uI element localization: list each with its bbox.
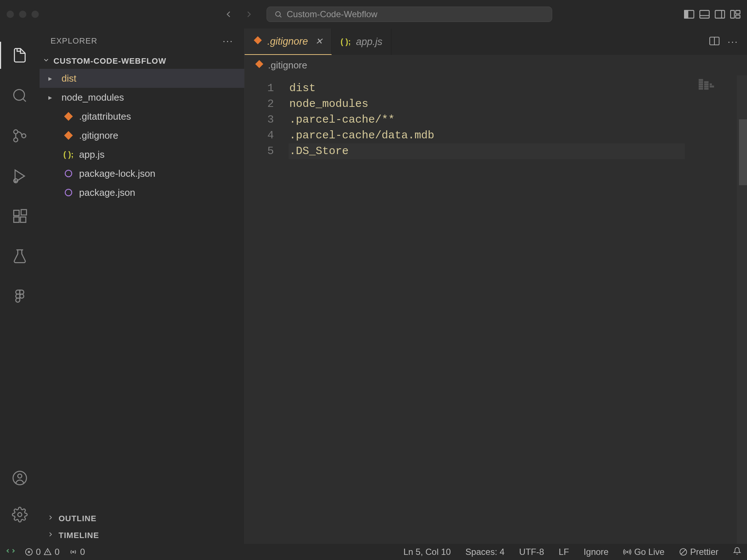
go-live-label: Go Live — [634, 547, 665, 557]
status-notifications-icon[interactable] — [733, 547, 741, 557]
svg-rect-5 — [715, 11, 725, 18]
svg-rect-8 — [736, 11, 740, 14]
activity-settings[interactable] — [0, 496, 40, 533]
status-encoding[interactable]: UTF-8 — [519, 547, 544, 557]
editor-area: .gitignore ✕ ( ); app.js ··· .gitignore — [245, 29, 747, 544]
sidebar-more-icon[interactable]: ··· — [223, 35, 233, 47]
code-editor[interactable]: 12345 dist node_modules .parcel-cache/**… — [245, 75, 747, 544]
svg-rect-17 — [21, 217, 26, 223]
tree-item-app-js[interactable]: ( ); app.js — [40, 145, 244, 164]
svg-point-28 — [73, 551, 74, 553]
tree-item-label: package.json — [79, 187, 135, 198]
status-spaces[interactable]: Spaces: 4 — [465, 547, 505, 557]
svg-point-13 — [14, 138, 18, 142]
svg-point-0 — [276, 12, 280, 16]
outline-section[interactable]: OUTLINE — [40, 510, 244, 527]
tree-item-package-lock[interactable]: package-lock.json — [40, 164, 244, 183]
sidebar-title: EXPLORER — [51, 36, 97, 46]
breadcrumb-file: .gitignore — [268, 60, 307, 71]
close-tab-icon[interactable]: ✕ — [315, 36, 323, 46]
toggle-secondary-sidebar-icon[interactable] — [715, 10, 725, 19]
code-line[interactable]: .parcel-cache/data.mdb — [289, 128, 747, 143]
tree-item-label: .gitattributes — [79, 111, 131, 122]
tree-item-gitignore[interactable]: .gitignore — [40, 126, 244, 145]
tree-item-gitattributes[interactable]: .gitattributes — [40, 107, 244, 126]
svg-rect-3 — [700, 11, 709, 18]
close-window-button[interactable] — [7, 11, 14, 18]
activity-accounts[interactable] — [0, 460, 40, 496]
activity-figma[interactable] — [0, 277, 40, 317]
outline-label: OUTLINE — [59, 514, 97, 523]
code-line[interactable]: dist — [289, 81, 747, 96]
source-control-icon — [12, 128, 28, 144]
account-icon — [12, 470, 28, 486]
code-content[interactable]: dist node_modules .parcel-cache/** .parc… — [289, 75, 747, 544]
chevron-right-icon — [48, 74, 56, 83]
svg-rect-16 — [14, 217, 19, 223]
json-file-icon — [63, 169, 74, 178]
breadcrumb[interactable]: .gitignore — [245, 55, 747, 75]
timeline-section[interactable]: TIMELINE — [40, 527, 244, 544]
svg-point-12 — [22, 134, 26, 138]
layout-controls — [684, 10, 740, 19]
activity-source-control[interactable] — [0, 116, 40, 156]
activity-extensions[interactable] — [0, 196, 40, 236]
status-cursor[interactable]: Ln 5, Col 10 — [404, 547, 451, 557]
split-editor-icon[interactable] — [709, 37, 720, 47]
tab-gitignore[interactable]: .gitignore ✕ — [245, 29, 332, 55]
activity-run-debug[interactable] — [0, 156, 40, 196]
project-root[interactable]: CUSTOM-CODE-WEBFLOW — [40, 53, 244, 69]
toggle-primary-sidebar-icon[interactable] — [684, 10, 694, 19]
nav-back-button[interactable] — [223, 9, 234, 20]
line-numbers: 12345 — [245, 75, 289, 544]
svg-point-24 — [65, 189, 72, 196]
tree-item-package-json[interactable]: package.json — [40, 183, 244, 202]
errors-count: 0 — [36, 547, 41, 557]
svg-point-10 — [14, 90, 25, 100]
status-ports[interactable]: 0 — [69, 547, 85, 557]
broadcast-icon — [623, 548, 631, 556]
tab-app-js[interactable]: ( ); app.js — [332, 29, 391, 55]
editor-more-icon[interactable]: ··· — [728, 36, 738, 48]
warnings-count: 0 — [55, 547, 59, 557]
status-language[interactable]: Ignore — [584, 547, 609, 557]
code-line[interactable]: .parcel-cache/** — [289, 112, 747, 128]
status-eol[interactable]: LF — [559, 547, 569, 557]
nav-arrows — [223, 9, 254, 20]
git-file-icon — [63, 112, 74, 121]
status-prettier[interactable]: Prettier — [679, 547, 718, 557]
svg-rect-2 — [684, 11, 688, 18]
project-name: CUSTOM-CODE-WEBFLOW — [53, 56, 166, 66]
code-line[interactable]: node_modules — [289, 96, 747, 112]
vertical-scrollbar-thumb[interactable] — [739, 119, 747, 185]
toggle-panel-icon[interactable] — [699, 10, 710, 19]
svg-point-19 — [20, 294, 24, 298]
activity-search[interactable] — [0, 75, 40, 116]
tree-item-node-modules[interactable]: node_modules — [40, 88, 244, 107]
svg-rect-7 — [731, 11, 735, 18]
nav-forward-button[interactable] — [244, 9, 254, 20]
command-center-text: Custom-Code-Webflow — [287, 9, 378, 19]
activity-explorer[interactable] — [0, 35, 40, 75]
minimize-window-button[interactable] — [19, 11, 26, 18]
status-problems[interactable]: 0 0 — [25, 547, 60, 557]
tree-item-dist[interactable]: dist — [40, 69, 244, 88]
maximize-window-button[interactable] — [31, 11, 39, 18]
code-line[interactable]: .DS_Store — [289, 143, 685, 159]
activity-testing[interactable] — [0, 236, 40, 277]
svg-point-22 — [18, 513, 22, 517]
customize-layout-icon[interactable] — [730, 10, 740, 19]
git-file-icon — [255, 60, 264, 71]
error-icon — [25, 548, 33, 556]
svg-point-29 — [627, 551, 628, 553]
figma-icon — [12, 289, 28, 305]
remote-indicator-icon[interactable] — [6, 546, 15, 558]
sidebar: EXPLORER ··· CUSTOM-CODE-WEBFLOW dist no… — [40, 29, 245, 544]
minimap[interactable]: ████████ ████████ ████ ██████ ████ █████… — [699, 75, 739, 544]
tab-label: .gitignore — [267, 36, 308, 47]
status-go-live[interactable]: Go Live — [623, 547, 665, 557]
chevron-right-icon — [47, 514, 54, 523]
chevron-right-icon — [47, 531, 54, 540]
command-center[interactable]: Custom-Code-Webflow — [267, 7, 552, 22]
js-file-icon: ( ); — [341, 37, 351, 46]
